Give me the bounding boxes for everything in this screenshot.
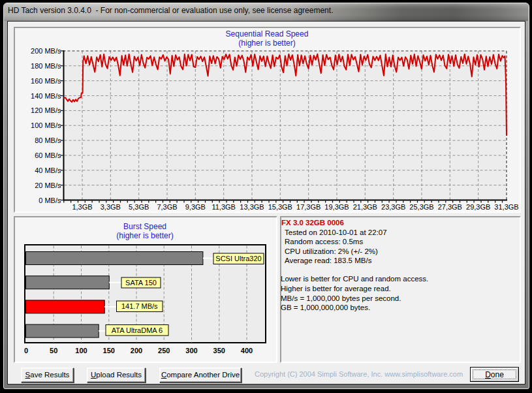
svg-text:23,3GB: 23,3GB [381, 203, 405, 211]
svg-text:11,3GB: 11,3GB [211, 203, 236, 211]
svg-text:17,3GB: 17,3GB [296, 203, 321, 211]
svg-text:29,3GB: 29,3GB [466, 203, 490, 211]
svg-text:200: 200 [131, 347, 142, 354]
svg-text:7,3GB: 7,3GB [157, 203, 177, 211]
svg-text:50: 50 [50, 347, 57, 354]
svg-text:400: 400 [241, 347, 253, 354]
svg-text:13,3GB: 13,3GB [240, 203, 264, 211]
svg-text:60 MB/s: 60 MB/s [35, 151, 61, 159]
svg-text:21,3GB: 21,3GB [353, 203, 377, 211]
svg-text:300: 300 [185, 347, 197, 354]
svg-text:140 MB/s: 140 MB/s [31, 92, 61, 100]
svg-text:250: 250 [158, 347, 170, 354]
svg-text:25,3GB: 25,3GB [409, 203, 433, 211]
svg-text:80 MB/s: 80 MB/s [35, 136, 61, 144]
svg-text:SCSI Ultra320: SCSI Ultra320 [215, 255, 261, 262]
svg-text:350: 350 [213, 347, 225, 354]
svg-text:31,3GB: 31,3GB [494, 203, 518, 211]
svg-text:15,3GB: 15,3GB [268, 203, 292, 211]
svg-text:0 MB/s: 0 MB/s [39, 196, 61, 204]
svg-text:160 MB/s: 160 MB/s [31, 77, 61, 85]
svg-text:1,3GB: 1,3GB [72, 203, 92, 211]
svg-text:ATA UltraDMA 6: ATA UltraDMA 6 [112, 326, 163, 334]
svg-text:200 MB/s: 200 MB/s [31, 47, 61, 55]
svg-text:150: 150 [103, 347, 115, 354]
svg-text:3,3GB: 3,3GB [101, 203, 121, 211]
svg-text:40 MB/s: 40 MB/s [35, 166, 61, 174]
svg-text:9,3GB: 9,3GB [185, 203, 206, 211]
svg-text:100 MB/s: 100 MB/s [31, 121, 61, 129]
svg-text:0: 0 [24, 347, 28, 354]
svg-text:120 MB/s: 120 MB/s [31, 106, 61, 114]
svg-text:SATA 150: SATA 150 [125, 279, 157, 287]
svg-text:141.7 MB/s: 141.7 MB/s [121, 302, 158, 310]
svg-text:180 MB/s: 180 MB/s [31, 62, 61, 70]
svg-text:100: 100 [75, 347, 87, 354]
svg-text:19,3GB: 19,3GB [324, 203, 349, 211]
svg-text:20 MB/s: 20 MB/s [35, 181, 61, 189]
svg-text:5,3GB: 5,3GB [129, 203, 149, 211]
svg-text:27,3GB: 27,3GB [438, 203, 462, 211]
